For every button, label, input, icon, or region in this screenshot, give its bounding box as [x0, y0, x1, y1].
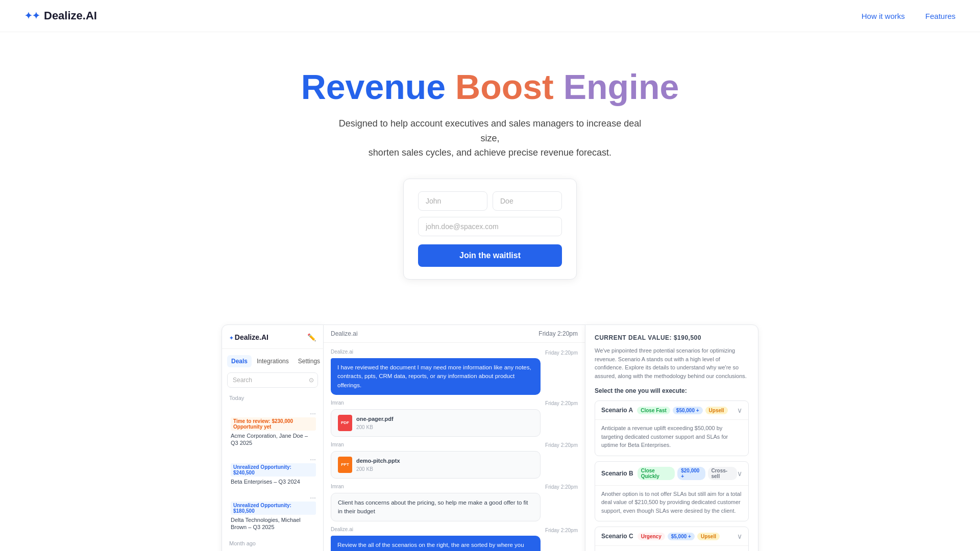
scenario-label-b: Scenario B: [601, 470, 633, 477]
name-row: [418, 191, 562, 211]
chat-sender-ai-1: Dealize.ai: [331, 349, 353, 355]
chat-bubble-ai-2: Review the all of the scenarios on the r…: [331, 536, 541, 551]
chat-message-ai-1: Dealize.ai Friday 2:20pm I have reviewed…: [331, 349, 578, 395]
chat-time-ai-1: Friday 2:20pm: [545, 350, 578, 356]
title-engine: Engine: [564, 67, 679, 106]
scenarios-panel: CURRENT DEAL VALUE: $190,500 We've pinpo…: [585, 324, 758, 551]
hero-title: Revenue Boost Engine: [24, 68, 955, 106]
item-name-delta: Delta Technologies, Michael Brown – Q3 2…: [231, 516, 316, 531]
search-input[interactable]: [227, 372, 318, 388]
sidebar-logo-text: ✦ Dealize.AI: [229, 333, 268, 341]
item-tag-unrealized-2: Unrealized Opportunity: $180,500: [231, 502, 316, 515]
tag-close-quickly-b: Close Quickly: [638, 467, 675, 480]
tag-close-fast-a: Close Fast: [637, 407, 670, 414]
sidebar-logo: ✦ Dealize.AI ✏️: [222, 333, 323, 349]
chat-bubble-file-1: PDF one-pager.pdf 200 KB: [331, 409, 541, 437]
item-name-acme: Acme Corporation, Jane Doe – Q3 2025: [231, 432, 316, 447]
deal-description: We've pinpointed three potential scenari…: [595, 346, 749, 380]
chat-message-ai-2: Dealize.ai Friday 2:20pm Review the all …: [331, 527, 578, 551]
scenario-tags-a: Close Fast $50,000 + Upsell: [637, 407, 737, 414]
sidebar-item-beta[interactable]: ··· Unrealized Opportunity: $240,500 Bet…: [222, 451, 323, 489]
scenario-body-c: You can add 3 months of dedicated onboar…: [595, 545, 748, 551]
deal-value: CURRENT DEAL VALUE: $190,500: [595, 334, 749, 341]
logo-text: Dealize.AI: [44, 9, 97, 22]
chevron-down-icon-a: ∨: [737, 406, 742, 414]
file-size-1: 200 KB: [356, 423, 394, 431]
chat-app-name: Dealize.ai: [331, 330, 358, 337]
chat-time-text-1: Friday 2:20pm: [545, 484, 578, 490]
chat-message-text-1: Imran Friday 2:20pm Client has concerns …: [331, 484, 578, 522]
logo-stars: ✦✦: [24, 10, 40, 21]
file-info-2: demo-pitch.pptx 200 KB: [356, 457, 400, 473]
sidebar-item-delta[interactable]: ··· Unrealized Opportunity: $180,500 Del…: [222, 489, 323, 535]
email-row: [418, 217, 562, 242]
chat-sender-file-1: Imran: [331, 400, 344, 406]
sidebar-search: ⊙: [227, 372, 318, 388]
scenario-header-b[interactable]: Scenario B Close Quickly $20,000 + Cross…: [595, 462, 748, 485]
nav-how-it-works[interactable]: How it works: [862, 12, 905, 20]
pdf-icon: PDF: [338, 415, 352, 431]
title-revenue: Revenue: [301, 67, 446, 106]
chevron-down-icon-c: ∨: [737, 532, 742, 540]
email-input[interactable]: [418, 217, 562, 236]
file-info-1: one-pager.pdf 200 KB: [356, 415, 394, 431]
chat-header: Dealize.ai Friday 2:20pm: [324, 325, 585, 343]
scenario-label-a: Scenario A: [601, 407, 633, 414]
file-name-1: one-pager.pdf: [356, 415, 394, 423]
chevron-down-icon-b: ∨: [737, 469, 742, 478]
section-month-label: Month ago: [222, 540, 323, 550]
chat-time-file-1: Friday 2:20pm: [545, 400, 578, 406]
waitlist-form: Join the waitlist: [403, 179, 577, 280]
chat-sender-text-1: Imran: [331, 484, 344, 489]
tag-urgency-c: Urgency: [638, 533, 665, 540]
chat-bubble-ai-1: I have reviewed the document I may need …: [331, 358, 541, 395]
title-boost: Boost: [455, 67, 554, 106]
dots-icon[interactable]: ···: [310, 409, 316, 417]
scenario-card-c[interactable]: Scenario C Urgency $5,000 + Upsell ∨ You…: [595, 527, 749, 551]
sidebar-item-acme[interactable]: ··· Time to review: $230,000 Opportunity…: [222, 405, 323, 451]
tag-cross-sell-b: Cross-sell: [708, 467, 738, 480]
chat-bubble-text-1: Client has concerns about the pricing, s…: [331, 493, 541, 522]
first-name-input[interactable]: [418, 191, 487, 211]
last-name-input[interactable]: [493, 191, 562, 211]
hero-section: Revenue Boost Engine Designed to help ac…: [0, 32, 980, 324]
nav-links: How it works Features: [862, 12, 955, 20]
item-tag-unrealized-1: Unrealized Opportunity: $240,500: [231, 463, 316, 477]
sidebar-tab-deals[interactable]: Deals: [227, 355, 252, 367]
tag-money-b: $20,000 +: [677, 467, 705, 480]
sidebar-tab-settings[interactable]: Settings: [294, 355, 324, 367]
dots-icon[interactable]: ···: [310, 493, 316, 502]
scenario-body-b: Another option is to not offer SLAs but …: [595, 485, 748, 521]
item-tag-time: Time to review: $230,000 Opportunity yet: [231, 417, 316, 431]
chat-message-file-1: Imran Friday 2:20pm PDF one-pager.pdf 20…: [331, 400, 578, 437]
scenario-card-b[interactable]: Scenario B Close Quickly $20,000 + Cross…: [595, 461, 749, 522]
tag-money-a: $50,000 +: [673, 407, 703, 414]
file-name-2: demo-pitch.pptx: [356, 457, 400, 465]
navbar: ✦✦ Dealize.AI How it works Features: [0, 0, 980, 32]
scenario-header-c[interactable]: Scenario C Urgency $5,000 + Upsell ∨: [595, 527, 748, 545]
sidebar-tabs: Deals Integrations Settings: [222, 349, 323, 372]
tag-upsell-a: Upsell: [705, 407, 728, 414]
section-today-label: Today: [222, 395, 323, 405]
nav-features[interactable]: Features: [925, 12, 955, 20]
chat-time-file-2: Friday 2:20pm: [545, 442, 578, 448]
hero-subtitle: Designed to help account executives and …: [337, 116, 643, 160]
sidebar-tab-integrations[interactable]: Integrations: [253, 355, 293, 367]
tag-upsell-c: Upsell: [697, 533, 720, 540]
chat-message-file-2: Imran Friday 2:20pm PPT demo-pitch.pptx …: [331, 442, 578, 479]
scenario-card-a[interactable]: Scenario A Close Fast $50,000 + Upsell ∨…: [595, 400, 749, 456]
chat-messages: Dealize.ai Friday 2:20pm I have reviewed…: [324, 343, 585, 551]
chat-panel: Dealize.ai Friday 2:20pm Dealize.ai Frid…: [324, 324, 585, 551]
logo: ✦✦ Dealize.AI: [24, 9, 97, 22]
scenario-header-a[interactable]: Scenario A Close Fast $50,000 + Upsell ∨: [595, 401, 748, 419]
scenario-tags-b: Close Quickly $20,000 + Cross-sell: [638, 467, 737, 480]
chat-sender-file-2: Imran: [331, 442, 344, 447]
chat-bubble-file-2: PPT demo-pitch.pptx 200 KB: [331, 451, 541, 479]
search-icon: ⊙: [309, 377, 314, 384]
scenario-tags-c: Urgency $5,000 + Upsell: [638, 533, 737, 540]
chat-time-ai-2: Friday 2:20pm: [545, 528, 578, 533]
dots-icon[interactable]: ···: [310, 455, 316, 463]
waitlist-button[interactable]: Join the waitlist: [418, 244, 562, 267]
edit-icon[interactable]: ✏️: [307, 333, 316, 341]
app-preview: ✦ Dealize.AI ✏️ Deals Integrations Setti…: [209, 324, 771, 551]
